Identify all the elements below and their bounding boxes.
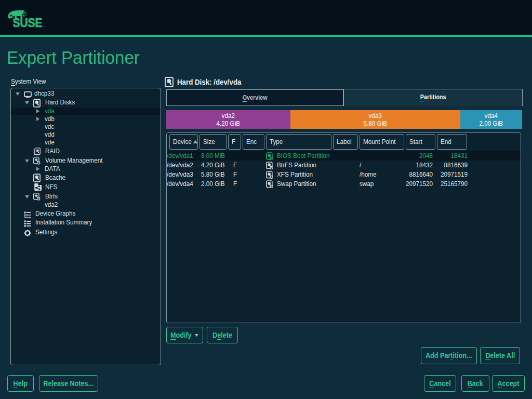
svg-text:SUSE: SUSE	[13, 16, 43, 29]
